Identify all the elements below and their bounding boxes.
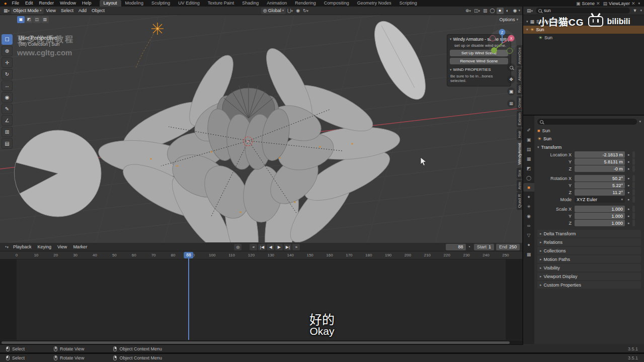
section-motion-paths[interactable]: ▸Motion Paths — [537, 255, 641, 263]
menu-file[interactable]: File — [9, 0, 22, 7]
pan-icon[interactable]: ✥ — [507, 75, 515, 83]
preview-range-icon[interactable]: ◔ — [466, 244, 471, 249]
axis-negx-ball[interactable] — [490, 36, 496, 41]
solid-shading-icon[interactable]: ● — [497, 8, 504, 14]
location-x-field[interactable]: -2.1813 m — [575, 151, 625, 158]
start-frame-field[interactable]: Start 1 — [474, 244, 494, 250]
location-y-field[interactable]: 5.8131 m — [575, 158, 625, 165]
pivot-point-icon[interactable]: ↻▾ — [301, 8, 310, 13]
animate-dot-icon[interactable]: ● — [625, 191, 632, 194]
breadcrumb-label[interactable]: Sun — [542, 128, 550, 133]
menu-help[interactable]: Help — [79, 0, 95, 7]
n-tab-sca[interactable]: Sca — [517, 168, 522, 179]
menu-object[interactable]: Object — [89, 8, 107, 13]
rotation-y-field[interactable]: 5.22° — [575, 182, 625, 189]
show-gizmo-icon[interactable]: ⊕▾ — [464, 8, 472, 13]
tab-rendering[interactable]: Rendering — [291, 0, 320, 7]
mode-dropdown[interactable]: Object Mode▾ — [11, 8, 44, 14]
scale-x-field[interactable]: 1.000 — [575, 206, 625, 212]
menu-view[interactable]: View — [44, 8, 58, 13]
menu-edit[interactable]: Edit — [22, 0, 36, 7]
editor-type-icon[interactable]: ▦▾ — [2, 8, 11, 13]
shading-dropdown-icon[interactable]: ▾ — [519, 9, 521, 13]
n-tab-hair[interactable]: Hair — [517, 129, 522, 140]
menu-add[interactable]: Add — [76, 8, 89, 13]
scrollbar-thumb[interactable] — [2, 341, 510, 344]
decorator-strip[interactable] — [632, 213, 635, 219]
expand-icon[interactable]: ▾ — [526, 28, 528, 32]
snap-magnet-icon[interactable]: ⋃▾ — [286, 8, 294, 13]
n-tab-atmos[interactable]: Atmos — [517, 67, 522, 83]
texture-properties-tab[interactable]: ▩ — [524, 250, 534, 258]
scene-selector[interactable]: ▣ Scene ✕ — [576, 1, 600, 6]
n-tab-grow[interactable]: Grow — [517, 96, 522, 110]
animate-dot-icon[interactable]: ● — [625, 184, 632, 187]
viewlayer-new-icon[interactable]: ✕ — [631, 1, 635, 6]
tab-scripting[interactable]: Scripting — [395, 0, 421, 7]
n-tab-windyarmat[interactable]: WindyArmat — [517, 141, 522, 167]
rotation-z-field[interactable]: 11.2° — [575, 189, 625, 196]
viewlayer-filter-icon[interactable]: ▾ — [638, 2, 640, 6]
animate-dot-icon[interactable]: ● — [625, 198, 632, 201]
select-mode-tweak-icon[interactable]: ▣ — [17, 16, 25, 23]
location-z-field[interactable]: -0 m — [575, 165, 625, 172]
rotation-x-field[interactable]: 50.2° — [575, 175, 625, 182]
annotate-tool[interactable]: ✎ — [2, 104, 13, 114]
timeline-editor-type-icon[interactable]: ◔▾ — [3, 244, 10, 249]
decorator-strip[interactable] — [632, 182, 635, 189]
navigation-gizmo[interactable]: X Z — [486, 27, 518, 59]
animate-dot-icon[interactable]: ● — [625, 176, 632, 180]
animate-dot-icon[interactable]: ● — [625, 207, 632, 211]
playback-menu[interactable]: Playback — [10, 244, 35, 249]
n-tab-extrem[interactable]: Extrem — [517, 111, 522, 127]
play-button[interactable]: ▶ — [275, 244, 283, 250]
transform-tool[interactable]: ◉ — [2, 92, 13, 103]
n-tab-arm[interactable]: Arm — [517, 180, 522, 192]
auto-keyframe-toggle[interactable]: ◎ — [234, 244, 242, 250]
select-mode-circle-icon[interactable]: ◫ — [33, 16, 41, 23]
object-name-label[interactable]: Sun — [543, 136, 551, 141]
transform-panel-header[interactable]: ▾ Transform — [537, 144, 641, 151]
animate-dot-icon[interactable]: ● — [625, 221, 632, 225]
timeline-hscrollbar[interactable] — [0, 340, 522, 344]
outliner-search-box[interactable] — [536, 8, 630, 14]
modifier-properties-tab[interactable]: ✦ — [524, 193, 534, 201]
tab-sculpting[interactable]: Sculpting — [147, 0, 174, 7]
playhead-frame-badge[interactable]: 88 — [184, 252, 193, 258]
decorator-strip[interactable] — [632, 175, 635, 182]
data-properties-tab[interactable]: ▽ — [524, 231, 534, 239]
viewlayer-properties-tab[interactable]: ▦ — [524, 154, 534, 163]
end-frame-field[interactable]: End 250 — [496, 244, 520, 250]
jump-start-button[interactable]: « — [250, 244, 257, 250]
select-mode-box-icon[interactable]: ◩ — [25, 16, 33, 23]
constraints-properties-tab[interactable]: ∞ — [524, 221, 534, 230]
marker-menu[interactable]: Marker — [70, 244, 90, 249]
tab-shading[interactable]: Shading — [238, 0, 263, 7]
timeline-view-menu[interactable]: View — [54, 244, 70, 249]
ortho-toggle-icon[interactable]: ⊞ — [507, 100, 515, 108]
tool-properties-tab[interactable]: ✐ — [524, 126, 534, 134]
outliner-row-sun-data[interactable]: ☀ Sun — [523, 34, 644, 42]
decorator-strip[interactable] — [632, 220, 635, 226]
zoom-icon[interactable] — [507, 63, 515, 71]
decorator-strip[interactable] — [632, 206, 635, 212]
outliner-search-input[interactable] — [544, 8, 627, 13]
orientation-dropdown[interactable]: ◎ Global▾ — [261, 8, 286, 14]
tab-uv-editing[interactable]: UV Editing — [174, 0, 204, 7]
properties-search-box[interactable] — [537, 119, 637, 125]
viewlayer-selector[interactable]: ▤ ViewLayer ✕ — [603, 1, 635, 6]
render-properties-tab[interactable]: ▣ — [524, 135, 534, 144]
rotate-tool[interactable]: ↻ — [2, 69, 13, 79]
axis-negy-ball[interactable] — [507, 48, 513, 54]
world-properties-tab[interactable]: ◯ — [524, 173, 534, 182]
overlays-icon[interactable]: ◫▾ — [472, 8, 481, 13]
particles-properties-tab[interactable]: ✳ — [524, 202, 534, 211]
menu-window[interactable]: Window — [57, 0, 79, 7]
select-mode-lasso-icon[interactable]: ▥ — [41, 16, 49, 23]
blender-logo-icon[interactable]: ● — [2, 1, 9, 6]
tab-animation[interactable]: Animation — [263, 0, 291, 7]
scene-properties-tab[interactable]: ◩ — [524, 164, 534, 172]
outliner-options-icon[interactable]: ▾ — [640, 9, 642, 13]
scale-y-field[interactable]: 1.000 — [575, 213, 625, 219]
section-delta-transform[interactable]: ▸Delta Transform — [537, 230, 641, 237]
